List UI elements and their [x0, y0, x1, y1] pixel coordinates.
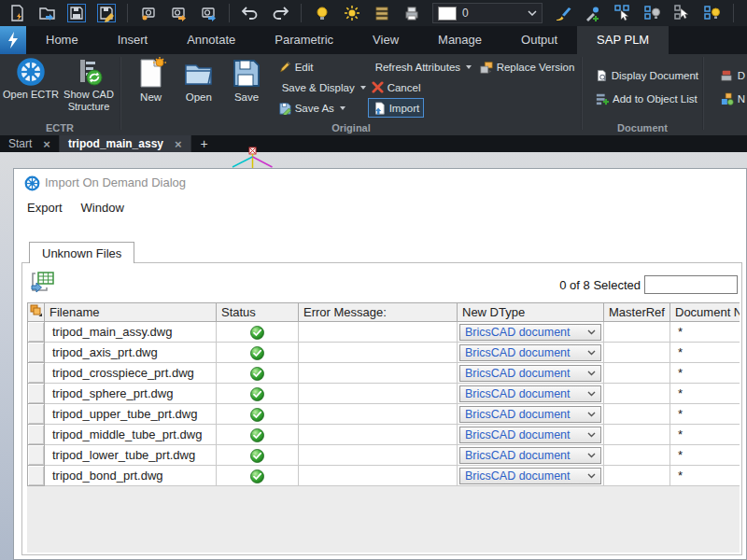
row-selector[interactable] [28, 322, 45, 343]
close-icon[interactable]: × [43, 137, 50, 151]
table-row[interactable]: tripod_bond_prt.dwg BricsCAD document * [28, 466, 740, 486]
error-message-cell [299, 425, 458, 445]
brightness-icon[interactable] [343, 4, 361, 22]
tab-parametric[interactable]: Parametric [255, 26, 353, 54]
table-row[interactable]: tripod_crosspiece_prt.dwg BricsCAD docum… [28, 363, 740, 384]
save-as-button[interactable]: Save As [275, 98, 360, 118]
col-masterref[interactable]: MasterRef [604, 303, 670, 322]
tab-manage[interactable]: Manage [418, 26, 501, 54]
import-table-button[interactable] [30, 269, 56, 295]
error-message-cell [299, 466, 458, 486]
table-row[interactable]: tripod_axis_prt.dwg BricsCAD document * [28, 343, 740, 363]
dtype-dropdown[interactable]: BricsCAD document [459, 344, 601, 361]
row-selector[interactable] [28, 384, 45, 404]
edit-button[interactable]: Edit [275, 57, 360, 77]
replace-version-button[interactable]: Replace Version [476, 57, 581, 77]
color-swatch[interactable] [438, 7, 457, 21]
masterref-cell [604, 363, 670, 384]
row-selector[interactable] [28, 363, 45, 384]
col-new-dtype[interactable]: New DType [458, 303, 604, 322]
redo-icon[interactable] [271, 4, 289, 22]
match-properties-icon[interactable] [554, 4, 572, 22]
new-file-icon[interactable] [7, 4, 26, 22]
publish-icon[interactable] [199, 4, 218, 22]
dtype-dropdown[interactable]: BricsCAD document [459, 385, 601, 402]
table-row[interactable]: tripod_main_assy.dwg BricsCAD document * [28, 322, 740, 343]
clipped-button-1[interactable]: D [717, 65, 747, 85]
close-icon[interactable]: × [175, 137, 182, 151]
chevron-down-icon[interactable] [528, 10, 537, 16]
isolate-objects-icon[interactable] [643, 4, 662, 22]
batch-plot-icon[interactable] [169, 4, 188, 22]
col-error-message[interactable]: Error Message: [299, 303, 458, 322]
save-as-icon[interactable] [97, 4, 116, 22]
error-message-cell [299, 322, 458, 343]
import-button[interactable]: Import [368, 98, 425, 118]
dialog-titlebar[interactable]: Import On Demand Dialog [14, 169, 746, 195]
dtype-cell: BricsCAD document [458, 466, 604, 486]
doc-tab-start[interactable]: Start × [0, 135, 60, 152]
filter-input[interactable] [644, 275, 738, 294]
layer-combobox[interactable]: 0 [432, 3, 543, 23]
row-selector[interactable] [28, 425, 45, 445]
tab-sap-plm[interactable]: SAP PLM [577, 26, 669, 54]
refresh-attributes-button[interactable]: Refresh Attributes [368, 57, 469, 77]
deselect-icon[interactable] [673, 4, 692, 22]
dtype-dropdown[interactable]: BricsCAD document [459, 427, 601, 443]
dtype-dropdown[interactable]: BricsCAD document [459, 406, 601, 423]
select-all-header[interactable] [28, 303, 45, 322]
row-selector[interactable] [28, 343, 45, 363]
menu-window[interactable]: Window [74, 197, 132, 219]
menu-export[interactable]: Export [20, 197, 70, 219]
tab-annotate[interactable]: Annotate [167, 26, 255, 54]
unisolate-objects-icon[interactable] [703, 4, 722, 22]
chevron-down-icon [587, 350, 596, 356]
cancel-button[interactable]: Cancel [368, 77, 469, 97]
dtype-dropdown[interactable]: BricsCAD document [459, 324, 601, 341]
filename-cell: tripod_crosspiece_prt.dwg [45, 363, 217, 384]
dtype-dropdown[interactable]: BricsCAD document [459, 468, 601, 484]
tab-view[interactable]: View [353, 26, 418, 54]
open-file-icon[interactable] [37, 4, 56, 22]
tab-insert[interactable]: Insert [98, 26, 168, 54]
masterref-cell [604, 384, 670, 404]
undo-icon[interactable] [241, 4, 260, 22]
dialog-title: Import On Demand Dialog [45, 175, 186, 189]
table-row[interactable]: tripod_sphere_prt.dwg BricsCAD document … [28, 384, 740, 404]
bricscad-logo[interactable] [0, 26, 26, 54]
display-document-button[interactable]: Display Document [592, 65, 702, 85]
tab-home[interactable]: Home [26, 26, 98, 54]
table-row[interactable]: tripod_lower_tube_prt.dwg BricsCAD docum… [28, 445, 740, 466]
toolbar-separator [229, 4, 230, 22]
col-document-number[interactable]: Document Number [670, 303, 740, 322]
color-picker-icon[interactable] [584, 4, 602, 22]
col-filename[interactable]: Filename [45, 303, 217, 322]
row-selector[interactable] [28, 404, 45, 425]
blinds-icon[interactable] [373, 4, 391, 22]
import-icon [373, 102, 386, 115]
row-selector[interactable] [28, 445, 45, 466]
status-ok-icon [250, 326, 264, 340]
select-highlight-icon[interactable] [613, 4, 632, 22]
plot-config-icon[interactable] [139, 4, 158, 22]
dtype-dropdown[interactable]: BricsCAD document [459, 365, 601, 382]
table-row[interactable]: tripod_middle_tube_prt.dwg BricsCAD docu… [28, 425, 740, 445]
dtype-dropdown[interactable]: BricsCAD document [459, 447, 601, 464]
lamp-icon[interactable] [313, 4, 331, 22]
doc-tab-tripod-main-assy[interactable]: tripod_main_assy × [60, 135, 191, 152]
dtype-cell: BricsCAD document [458, 322, 604, 343]
save-and-display-button[interactable]: Save & Display [275, 77, 360, 97]
add-to-object-list-button[interactable]: Add to Object List [592, 89, 702, 108]
clipped-button-2[interactable]: N [717, 89, 747, 108]
print-icon[interactable] [402, 4, 421, 22]
tab-unknown-files[interactable]: Unknown Files [29, 242, 134, 263]
row-selector[interactable] [28, 466, 45, 486]
new-document-tab-button[interactable]: + [191, 135, 218, 152]
col-status[interactable]: Status [217, 303, 299, 322]
tab-output[interactable]: Output [501, 26, 577, 54]
save-icon[interactable] [67, 4, 86, 22]
table-row[interactable]: tripod_upper_tube_prt.dwg BricsCAD docum… [28, 404, 740, 425]
open-ectr-label: Open ECTR [3, 89, 59, 101]
cancel-x-icon [372, 81, 384, 93]
open-label: Open [186, 91, 212, 104]
